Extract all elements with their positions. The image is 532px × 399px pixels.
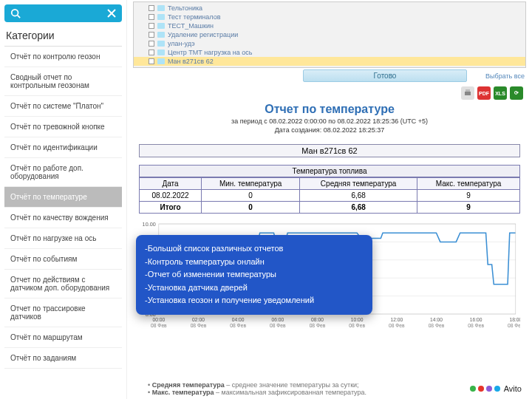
category-item[interactable]: Отчёт по нагрузке на ось	[4, 228, 122, 249]
table-header: Дата	[140, 178, 202, 190]
footer-legend: • Средняя температура – среднее значение…	[148, 381, 523, 396]
category-item[interactable]: Отчёт по работе доп. оборудования	[4, 158, 122, 187]
tree-item-label: Ман в271св 62	[168, 58, 214, 65]
checkbox-icon[interactable]	[149, 32, 154, 38]
svg-text:08 Фев: 08 Фев	[270, 323, 286, 328]
svg-text:10.00: 10.00	[143, 222, 156, 228]
svg-text:08 Фев: 08 Фев	[429, 323, 445, 328]
svg-rect-4	[465, 92, 471, 95]
svg-text:08 Фев: 08 Фев	[389, 323, 405, 328]
tree-item-label: Удаление регистрации	[168, 31, 238, 38]
checkbox-icon[interactable]	[149, 23, 154, 29]
category-item[interactable]: Отчёт по идентификации	[4, 137, 122, 158]
avito-dot-icon	[470, 386, 476, 392]
tree-item[interactable]: Центр ТМТ нагрузка на ось	[134, 48, 525, 57]
folder-icon	[157, 23, 165, 29]
folder-icon	[157, 5, 165, 11]
print-icon[interactable]	[461, 86, 474, 100]
overlay-line: -Контроль температуры онлайн	[145, 256, 364, 269]
svg-text:08 Фев: 08 Фев	[508, 323, 520, 328]
search-icon	[10, 8, 21, 18]
select-all-link[interactable]: Выбрать все	[473, 72, 525, 80]
search-bar[interactable]	[4, 4, 122, 22]
overlay-line: -Отчет об изменении температуры	[145, 268, 364, 282]
svg-rect-5	[466, 89, 470, 92]
folder-icon	[157, 58, 165, 64]
table-row: Итого06,689	[140, 202, 520, 214]
refresh-icon[interactable]: ⟳	[510, 86, 523, 100]
tree-item[interactable]: Тельтоника	[134, 4, 525, 13]
svg-text:02:00: 02:00	[192, 317, 205, 322]
object-tree: ТельтоникаТест терминаловТЕСТ_МашкинУдал…	[133, 1, 526, 68]
avito-dot-icon	[478, 386, 484, 392]
checkbox-icon[interactable]	[149, 58, 154, 64]
svg-text:08 Фев: 08 Фев	[191, 323, 207, 328]
tree-item-label: Тест терминалов	[168, 13, 220, 21]
sidebar: Категории Отчёт по контролю геозонСводны…	[0, 0, 127, 399]
checkbox-icon[interactable]	[149, 14, 154, 20]
tree-item[interactable]: Удаление регистрации	[134, 30, 525, 39]
svg-text:10:00: 10:00	[351, 317, 364, 322]
tree-item[interactable]: ТЕСТ_Машкин	[134, 21, 525, 30]
folder-icon	[157, 14, 165, 20]
svg-text:00:00: 00:00	[152, 317, 165, 322]
svg-text:12:00: 12:00	[390, 317, 403, 322]
category-item[interactable]: Отчёт по температуре	[4, 187, 122, 208]
report-period: за период с 08.02.2022 0:00:00 по 08.02.…	[139, 117, 520, 125]
table-header: Средняя температура	[300, 178, 417, 190]
table-row: 08.02.202206,689	[140, 190, 520, 202]
svg-text:16:00: 16:00	[470, 317, 482, 322]
category-item[interactable]: Отчёт по качеству вождения	[4, 208, 122, 228]
tree-item[interactable]: Ман в271св 62	[134, 57, 525, 66]
svg-text:08 Фев: 08 Фев	[310, 323, 326, 328]
table-caption: Температура топлива	[139, 165, 520, 177]
overlay-line: -Установка геозон и получение уведомлени…	[145, 294, 364, 307]
svg-text:08 Фев: 08 Фев	[468, 323, 484, 328]
close-icon[interactable]	[107, 9, 116, 18]
pdf-export-icon[interactable]: PDF	[477, 86, 491, 100]
avito-dot-icon	[494, 386, 500, 392]
checkbox-icon[interactable]	[149, 41, 154, 47]
avito-dot-icon	[486, 386, 492, 392]
category-item[interactable]: Отчёт по заданиям	[4, 348, 122, 369]
overlay-line: -Большой список различных отчетов	[145, 242, 364, 256]
svg-text:18:00: 18:00	[509, 317, 520, 322]
svg-text:08 Фев: 08 Фев	[349, 323, 365, 328]
folder-icon	[157, 50, 165, 55]
category-list: Отчёт по контролю геозонСводный отчет по…	[4, 46, 122, 395]
svg-point-0	[12, 10, 18, 16]
svg-text:06:00: 06:00	[271, 317, 284, 322]
category-item[interactable]: Отчёт по тревожной кнопке	[4, 117, 122, 137]
ready-button[interactable]: Готово	[303, 69, 467, 82]
promo-overlay: -Большой список различных отчетов-Контро…	[136, 235, 372, 315]
checkbox-icon[interactable]	[149, 5, 154, 11]
table-header: Макс. температура	[417, 178, 520, 190]
category-item[interactable]: Отчёт по системе "Платон"	[4, 96, 122, 117]
sidebar-title: Категории	[4, 30, 122, 41]
checkbox-icon[interactable]	[149, 50, 154, 55]
svg-text:08 Фев: 08 Фев	[151, 323, 167, 328]
tree-item-label: ТЕСТ_Машкин	[168, 22, 214, 30]
export-bar: PDF XLS ⟳	[127, 85, 532, 101]
tree-item[interactable]: улан-удэ	[134, 39, 525, 48]
category-item[interactable]: Отчет по трассировке датчиков	[4, 299, 122, 327]
category-item[interactable]: Сводный отчет по контрольным геозонам	[4, 67, 122, 96]
report-header: Отчет по температуре за период с 08.02.2…	[127, 101, 532, 140]
main-area: ТельтоникаТест терминаловТЕСТ_МашкинУдал…	[127, 0, 532, 399]
category-item[interactable]: Отчет по действиям с датчиком доп. обору…	[4, 270, 122, 299]
tree-item[interactable]: Тест терминалов	[134, 13, 525, 21]
xls-export-icon[interactable]: XLS	[494, 86, 507, 100]
svg-text:08:00: 08:00	[311, 317, 324, 322]
table-header: Мин. температура	[202, 178, 300, 190]
category-item[interactable]: Отчёт по контролю геозон	[4, 47, 122, 67]
report-title: Отчет по температуре	[139, 103, 520, 116]
avito-watermark: Avito	[470, 384, 522, 393]
avito-text: Avito	[504, 384, 522, 393]
folder-icon	[157, 32, 165, 38]
category-item[interactable]: Отчёт по маршрутам	[4, 327, 122, 348]
vehicle-name: Ман в271св 62	[139, 144, 520, 157]
svg-text:04:00: 04:00	[232, 317, 245, 322]
category-item[interactable]: Отчёт по событиям	[4, 249, 122, 270]
tree-item-label: улан-удэ	[168, 40, 195, 47]
svg-text:14:00: 14:00	[430, 317, 443, 322]
